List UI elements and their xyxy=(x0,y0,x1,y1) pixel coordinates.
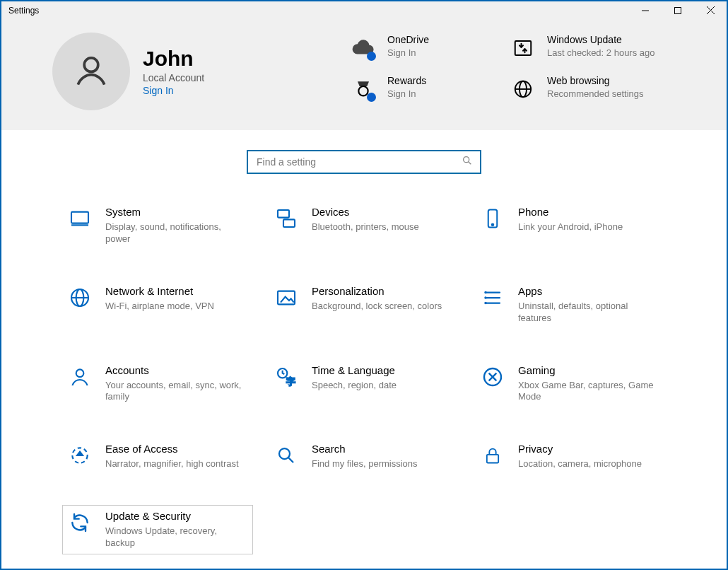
category-subtitle: Xbox Game Bar, captures, Game Mode xyxy=(518,380,661,404)
banner-tiles: OneDriveSign InWindows UpdateLast checke… xyxy=(349,33,676,110)
category-network-internet[interactable]: Network & InternetWi-Fi, airplane mode, … xyxy=(62,280,253,330)
category-title: Ease of Access xyxy=(105,443,239,455)
category-subtitle: Wi-Fi, airplane mode, VPN xyxy=(105,301,214,313)
svg-point-10 xyxy=(464,157,469,163)
window-buttons xyxy=(629,1,727,20)
search-icon xyxy=(462,155,473,169)
sync-icon xyxy=(509,34,537,62)
category-phone[interactable]: PhoneLink your Android, iPhone xyxy=(475,201,666,250)
category-system[interactable]: SystemDisplay, sound, notifications, pow… xyxy=(62,201,253,250)
privacy-icon xyxy=(480,443,505,468)
categories-grid: SystemDisplay, sound, notifications, pow… xyxy=(1,180,727,569)
rewards-icon xyxy=(349,75,377,103)
minimize-button[interactable] xyxy=(629,1,662,20)
user-subtitle: Local Account xyxy=(143,72,204,83)
category-search[interactable]: SearchFind my files, permissions xyxy=(269,438,459,475)
svg-point-4 xyxy=(84,58,98,72)
category-devices[interactable]: DevicesBluetooth, printers, mouse xyxy=(269,201,459,250)
network-icon xyxy=(67,285,93,310)
tile-title: OneDrive xyxy=(387,34,429,46)
category-subtitle: Bluetooth, printers, mouse xyxy=(312,221,419,233)
phone-icon xyxy=(480,206,505,231)
category-title: Search xyxy=(312,443,418,455)
banner-tile-rewards[interactable]: RewardsSign In xyxy=(349,75,491,103)
category-personalization[interactable]: PersonalizationBackground, lock screen, … xyxy=(269,280,459,330)
category-title: Time & Language xyxy=(312,364,397,377)
banner-tile-onedrive[interactable]: OneDriveSign In xyxy=(349,34,491,62)
svg-point-26 xyxy=(485,297,486,298)
time-icon: 字 xyxy=(274,364,299,390)
category-subtitle: Link your Android, iPhone xyxy=(518,221,623,233)
category-accounts[interactable]: AccountsYour accounts, email, sync, work… xyxy=(62,359,253,409)
update-icon xyxy=(67,510,93,535)
category-subtitle: Uninstall, defaults, optional features xyxy=(518,301,661,325)
user-block: John Local Account Sign In xyxy=(52,33,349,110)
tile-subtitle: Recommended settings xyxy=(547,88,644,100)
category-time-language[interactable]: 字Time & LanguageSpeech, region, date xyxy=(269,359,459,409)
category-apps[interactable]: AppsUninstall, defaults, optional featur… xyxy=(475,280,666,330)
avatar xyxy=(52,33,130,110)
category-ease-of-access[interactable]: Ease of AccessNarrator, magnifier, high … xyxy=(62,438,253,475)
category-title: Phone xyxy=(518,206,623,219)
tile-title: Rewards xyxy=(387,75,426,87)
tile-subtitle: Sign In xyxy=(387,47,429,59)
category-gaming[interactable]: GamingXbox Game Bar, captures, Game Mode xyxy=(475,359,666,409)
status-dot-icon xyxy=(367,52,376,61)
category-subtitle: Speech, region, date xyxy=(312,380,397,392)
search-input[interactable] xyxy=(255,156,462,168)
category-subtitle: Display, sound, notifications, power xyxy=(105,221,248,245)
svg-point-25 xyxy=(485,292,486,293)
tile-title: Web browsing xyxy=(547,75,644,87)
category-subtitle: Find my files, permissions xyxy=(312,458,418,470)
account-banner: John Local Account Sign In OneDriveSign … xyxy=(1,20,727,130)
category-subtitle: Your accounts, email, sync, work, family xyxy=(105,380,248,404)
user-signin-link[interactable]: Sign In xyxy=(143,85,204,96)
maximize-button[interactable] xyxy=(662,1,694,20)
svg-rect-1 xyxy=(675,7,681,13)
category-subtitle: Windows Update, recovery, backup xyxy=(105,525,248,549)
svg-point-33 xyxy=(279,448,290,459)
svg-point-28 xyxy=(76,369,84,377)
settings-window: Settings John Local Account Sign xyxy=(0,0,728,570)
globe-icon xyxy=(509,75,537,103)
category-subtitle: Background, lock screen, colors xyxy=(312,301,442,313)
user-name: John xyxy=(143,47,204,71)
category-title: Personalization xyxy=(312,285,442,298)
category-title: Gaming xyxy=(518,364,661,377)
svg-text:字: 字 xyxy=(286,376,295,386)
search-wrap xyxy=(1,130,727,180)
svg-point-27 xyxy=(485,303,486,303)
svg-rect-35 xyxy=(487,455,498,463)
svg-point-6 xyxy=(358,86,368,95)
svg-rect-5 xyxy=(515,41,532,55)
category-title: Apps xyxy=(518,285,661,298)
tile-subtitle: Sign In xyxy=(387,88,426,100)
window-title: Settings xyxy=(8,6,39,16)
svg-line-34 xyxy=(288,458,293,463)
category-subtitle: Narrator, magnifier, high contrast xyxy=(105,458,239,470)
category-update-security[interactable]: Update & SecurityWindows Update, recover… xyxy=(62,505,253,554)
category-subtitle: Location, camera, microphone xyxy=(518,458,642,470)
svg-rect-15 xyxy=(283,219,295,227)
search-box[interactable] xyxy=(247,150,481,174)
search-icon xyxy=(274,443,299,468)
category-privacy[interactable]: PrivacyLocation, camera, microphone xyxy=(475,438,666,475)
gaming-icon xyxy=(480,364,505,390)
devices-icon xyxy=(274,206,299,231)
accounts-icon xyxy=(67,364,93,390)
category-title: Devices xyxy=(312,206,419,219)
category-title: Privacy xyxy=(518,443,642,455)
ease-icon xyxy=(67,443,93,468)
status-dot-icon xyxy=(367,93,376,102)
svg-rect-14 xyxy=(278,210,289,218)
category-title: Accounts xyxy=(105,364,248,377)
system-icon xyxy=(67,206,93,231)
svg-line-11 xyxy=(469,162,471,165)
category-title: Update & Security xyxy=(105,510,248,523)
svg-point-17 xyxy=(492,223,494,226)
banner-tile-windows-update[interactable]: Windows UpdateLast checked: 2 hours ago xyxy=(509,34,657,62)
banner-tile-web-browsing[interactable]: Web browsingRecommended settings xyxy=(509,75,657,103)
tile-subtitle: Last checked: 2 hours ago xyxy=(547,47,655,59)
cloud-icon xyxy=(349,34,377,62)
close-button[interactable] xyxy=(694,1,727,20)
